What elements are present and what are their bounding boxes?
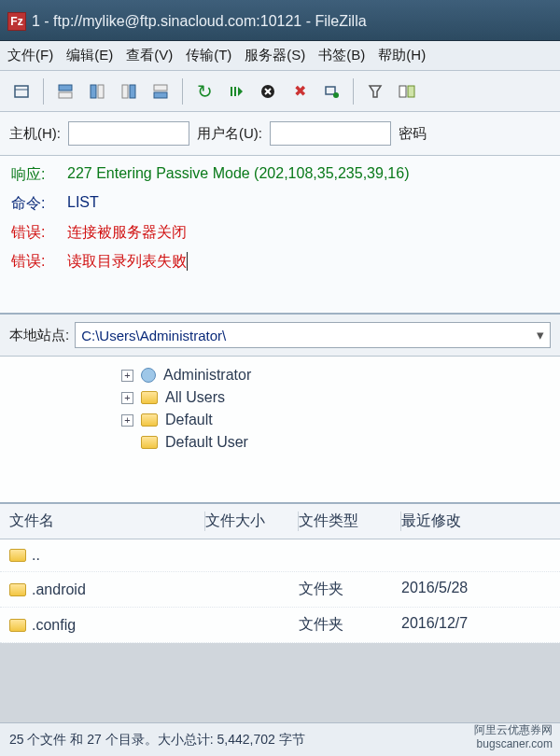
toolbar-divider: [353, 78, 354, 105]
svg-rect-19: [399, 86, 406, 97]
expand-icon[interactable]: +: [121, 392, 133, 404]
tree-label: Default: [165, 412, 213, 428]
toolbar-divider: [182, 78, 183, 105]
log-text: 读取目录列表失败: [67, 252, 187, 272]
local-tree[interactable]: + Administrator + All Users + Default De…: [0, 357, 560, 504]
toggle-local-tree-icon[interactable]: [83, 77, 111, 105]
local-site-bar: 本地站点: C:\Users\Administrator\ ▾: [0, 315, 560, 357]
file-type: [299, 547, 401, 564]
username-input[interactable]: [270, 121, 391, 146]
menu-bookmarks[interactable]: 书签(B): [318, 47, 365, 64]
toggle-queue-icon[interactable]: [147, 77, 175, 105]
message-log: 响应: 227 Entering Passive Mode (202,108,3…: [0, 156, 560, 315]
process-queue-icon[interactable]: [222, 77, 250, 105]
folder-icon: [9, 549, 26, 562]
col-header-name[interactable]: 文件名: [9, 511, 205, 531]
file-date: 2016/12/7: [401, 615, 551, 635]
toolbar: ↻ ✖: [0, 71, 560, 112]
col-header-type[interactable]: 文件类型: [299, 511, 401, 531]
menu-file[interactable]: 文件(F): [7, 47, 53, 64]
folder-icon: [9, 583, 26, 596]
tree-label: Administrator: [163, 367, 251, 384]
file-type: 文件夹: [299, 615, 401, 635]
log-text: 227 Entering Passive Mode (202,108,35,23…: [67, 165, 409, 185]
file-name: .config: [32, 617, 76, 634]
disconnect-icon[interactable]: ✖: [286, 77, 314, 105]
folder-icon: [9, 619, 26, 632]
site-manager-icon[interactable]: [7, 77, 35, 105]
svg-rect-5: [98, 85, 104, 98]
svg-rect-4: [91, 85, 96, 98]
file-size: [205, 547, 299, 564]
local-path-value: C:\Users\Administrator\: [81, 328, 226, 343]
svg-point-17: [333, 92, 339, 98]
local-site-label: 本地站点:: [9, 327, 69, 344]
menu-help[interactable]: 帮助(H): [378, 47, 426, 64]
tree-item-default[interactable]: + Default: [9, 409, 551, 431]
toggle-remote-tree-icon[interactable]: [115, 77, 143, 105]
quickconnect-bar: 主机(H): 用户名(U): 密码: [0, 112, 560, 156]
folder-icon: [141, 391, 158, 404]
log-label-response: 响应:: [11, 165, 67, 185]
log-line: 错误: 读取目录列表失败: [11, 252, 549, 272]
log-text: 连接被服务器关闭: [67, 223, 187, 243]
log-line: 错误: 连接被服务器关闭: [11, 223, 549, 243]
expand-icon[interactable]: +: [121, 370, 133, 382]
list-item[interactable]: .android 文件夹 2016/5/28: [0, 572, 560, 608]
log-line: 命令: LIST: [11, 194, 549, 214]
tree-item-all-users[interactable]: + All Users: [9, 386, 551, 409]
file-size: [205, 580, 299, 599]
file-size: [205, 615, 299, 635]
text-cursor: [187, 252, 188, 271]
user-folder-icon: [141, 368, 156, 383]
cancel-icon[interactable]: [254, 77, 282, 105]
file-name: ..: [32, 547, 40, 564]
tree-item-default-user[interactable]: Default User: [9, 431, 551, 454]
title-bar: Fz 1 - ftp://mylike@ftp.sinacloud.com:10…: [0, 0, 560, 41]
log-label-error: 错误:: [11, 252, 67, 272]
tree-label: All Users: [165, 389, 225, 406]
folder-icon: [141, 413, 158, 427]
svg-marker-12: [238, 87, 243, 96]
host-input[interactable]: [68, 121, 189, 146]
svg-rect-20: [408, 86, 414, 97]
list-item[interactable]: .config 文件夹 2016/12/7: [0, 608, 560, 643]
local-path-combo[interactable]: C:\Users\Administrator\ ▾: [75, 322, 551, 348]
svg-rect-16: [326, 87, 335, 94]
reconnect-icon[interactable]: [317, 77, 345, 105]
col-header-date[interactable]: 最近修改: [401, 511, 551, 531]
menu-view[interactable]: 查看(V): [126, 47, 173, 64]
toolbar-divider: [43, 78, 44, 105]
status-text: 25 个文件 和 27 个目录。大小总计: 5,442,702 字节: [9, 732, 305, 749]
local-file-list[interactable]: 文件名 文件大小 文件类型 最近修改 .. .android 文件夹 2016/…: [0, 504, 560, 643]
log-label-error: 错误:: [11, 223, 67, 243]
menu-transfer[interactable]: 传输(T): [186, 47, 231, 64]
refresh-icon[interactable]: ↻: [190, 77, 218, 105]
tree-item-administrator[interactable]: + Administrator: [9, 364, 551, 386]
svg-rect-0: [15, 86, 28, 97]
compare-icon[interactable]: [393, 77, 421, 105]
svg-rect-3: [59, 92, 72, 98]
watermark: 阿里云优惠券网 bugscaner.com: [474, 723, 553, 750]
expand-icon[interactable]: +: [121, 414, 133, 427]
folder-icon: [141, 436, 158, 449]
col-header-size[interactable]: 文件大小: [205, 511, 299, 531]
log-label-command: 命令:: [11, 194, 67, 214]
username-label: 用户名(U):: [197, 125, 262, 143]
password-label: 密码: [399, 125, 427, 143]
file-list-header: 文件名 文件大小 文件类型 最近修改: [0, 504, 560, 539]
filter-icon[interactable]: [361, 77, 389, 105]
window-title: 1 - ftp://mylike@ftp.sinacloud.com:10121…: [32, 13, 367, 30]
menu-server[interactable]: 服务器(S): [245, 47, 305, 64]
file-date: [401, 547, 551, 564]
toggle-log-icon[interactable]: [51, 77, 79, 105]
file-type: 文件夹: [299, 580, 401, 599]
svg-rect-9: [154, 92, 167, 98]
watermark-line2: bugscaner.com: [474, 737, 553, 750]
list-item-parent[interactable]: ..: [0, 539, 560, 572]
tree-label: Default User: [165, 434, 248, 451]
menu-edit[interactable]: 编辑(E): [66, 47, 113, 64]
chevron-down-icon: ▾: [537, 327, 544, 343]
log-text: LIST: [67, 194, 99, 214]
log-line: 响应: 227 Entering Passive Mode (202,108,3…: [11, 165, 549, 185]
